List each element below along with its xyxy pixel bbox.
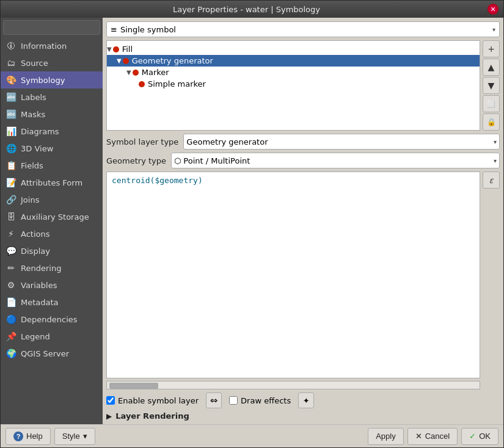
expression-code[interactable]: centroid($geometry) — [112, 176, 203, 185]
lock-symbol-button[interactable]: 🔒 — [483, 114, 500, 131]
tree-dot-fill — [113, 46, 119, 52]
geometry-type-arrow: ▾ — [494, 157, 497, 164]
expression-button[interactable]: ε — [483, 172, 500, 189]
sidebar-item-label-diagrams: Diagrams — [21, 127, 59, 136]
display-icon: 💬 — [5, 245, 16, 256]
metadata-icon: 📄 — [5, 297, 16, 308]
symbol-layer-type-arrow: ▾ — [494, 139, 497, 145]
sidebar-item-fields[interactable]: 📋Fields — [1, 157, 103, 174]
sidebar-item-3d-view[interactable]: 🌐3D View — [1, 140, 103, 157]
sidebar-item-attributes-form[interactable]: 📝Attributes Form — [1, 174, 103, 191]
auxiliary-storage-icon: 🗄 — [5, 211, 16, 222]
sidebar-item-labels[interactable]: 🔤Labels — [1, 89, 103, 106]
attributes-form-icon: 📝 — [5, 177, 16, 188]
cancel-button[interactable]: ✕ Cancel — [407, 428, 458, 445]
geometry-type-label: Geometry type — [106, 156, 166, 165]
geometry-type-icon: ⬡ — [174, 156, 181, 165]
ok-label: OK — [479, 432, 491, 441]
symbol-tree-section: ▼ Fill▼ Geometry generator▼ MarkerSimple… — [106, 40, 500, 131]
symbol-layer-type-select[interactable]: Geometry generator ▾ — [183, 134, 500, 150]
sidebar-search-input[interactable] — [3, 20, 100, 35]
sidebar-item-metadata[interactable]: 📄Metadata — [1, 294, 103, 311]
tree-arrow-fill: ▼ — [107, 46, 112, 52]
symbol-type-dropdown[interactable]: ≡ Single symbol ▾ — [106, 21, 500, 37]
3d-view-icon: 🌐 — [5, 143, 16, 154]
ok-button[interactable]: ✓ OK — [461, 428, 499, 445]
sidebar-item-label-rendering: Rendering — [21, 264, 61, 273]
tree-item-simple-marker[interactable]: Simple marker — [107, 78, 480, 90]
joins-icon: 🔗 — [5, 194, 16, 205]
help-button[interactable]: ? Help — [5, 428, 51, 445]
sidebar-item-joins[interactable]: 🔗Joins — [1, 191, 103, 208]
paint-effects-button[interactable]: ⇔ — [206, 392, 222, 408]
sidebar-item-label-actions: Actions — [21, 229, 50, 239]
sidebar-item-display[interactable]: 💬Display — [1, 242, 103, 259]
tree-dot-simple-marker — [139, 81, 145, 87]
expression-editor[interactable]: centroid($geometry) — [106, 172, 480, 378]
variables-icon: ⚙ — [5, 280, 16, 291]
sidebar-item-legend[interactable]: 📌Legend — [1, 328, 103, 345]
sidebar-item-qgis-server[interactable]: 🌍QGIS Server — [1, 345, 103, 362]
move-up-button[interactable]: ▲ — [483, 59, 500, 76]
apply-label: Apply — [376, 432, 396, 441]
sidebar: 🛈Information🗂Source🎨Symbology🔤Labels🔤Mas… — [1, 18, 103, 424]
sidebar-item-rendering[interactable]: ✏Rendering — [1, 259, 103, 276]
information-icon: 🛈 — [5, 40, 16, 51]
sidebar-item-label-joins: Joins — [21, 195, 39, 204]
layer-rendering-section[interactable]: ▶ Layer Rendering — [106, 411, 500, 421]
source-icon: 🗂 — [5, 57, 16, 68]
symbol-type-label: Single symbol — [120, 25, 176, 34]
style-label: Style — [62, 432, 80, 441]
sidebar-item-label-information: Information — [21, 42, 67, 51]
rendering-icon: ✏ — [5, 262, 16, 273]
enable-symbol-layer-checkbox[interactable] — [106, 396, 115, 405]
sidebar-item-label-variables: Variables — [21, 281, 57, 290]
scrollbar-thumb — [109, 383, 158, 389]
diagrams-icon: 📊 — [5, 126, 16, 137]
sidebar-item-actions[interactable]: ⚡Actions — [1, 225, 103, 242]
window-title: Layer Properties - water | Symbology — [5, 5, 488, 14]
sidebar-item-label-display: Display — [21, 247, 50, 256]
duplicate-symbol-button[interactable]: ⬜ — [483, 95, 500, 112]
cancel-icon: ✕ — [415, 432, 422, 441]
draw-effects-checkbox[interactable] — [229, 396, 238, 405]
tree-dot-geometry-generator — [123, 58, 129, 64]
sidebar-item-information[interactable]: 🛈Information — [1, 37, 103, 54]
sidebar-item-variables[interactable]: ⚙Variables — [1, 276, 103, 294]
sidebar-item-label-dependencies: Dependencies — [21, 315, 78, 324]
sidebar-item-auxiliary-storage[interactable]: 🗄Auxiliary Storage — [1, 208, 103, 225]
move-down-button[interactable]: ▼ — [483, 77, 500, 94]
sidebar-item-label-symbology: Symbology — [21, 76, 65, 85]
sidebar-item-label-fields: Fields — [21, 161, 43, 170]
apply-button[interactable]: Apply — [368, 428, 404, 445]
tree-item-geometry-generator[interactable]: ▼ Geometry generator — [107, 55, 480, 67]
style-button[interactable]: Style ▾ — [54, 428, 95, 445]
masks-icon: 🔤 — [5, 109, 16, 120]
add-symbol-button[interactable]: + — [483, 40, 500, 57]
legend-icon: 📌 — [5, 331, 16, 342]
sidebar-item-source[interactable]: 🗂Source — [1, 54, 103, 71]
tree-item-marker[interactable]: ▼ Marker — [107, 67, 480, 78]
sidebar-item-label-source: Source — [21, 59, 48, 68]
draw-effects-settings-button[interactable]: ✦ — [298, 392, 314, 408]
sidebar-item-dependencies[interactable]: 🔵Dependencies — [1, 311, 103, 328]
sidebar-item-symbology[interactable]: 🎨Symbology — [1, 71, 103, 89]
geometry-type-select[interactable]: ⬡ Point / MultiPoint ▾ — [171, 153, 500, 168]
horizontal-scrollbar[interactable] — [106, 381, 480, 389]
help-label: Help — [26, 432, 43, 441]
footer: ? Help Style ▾ Apply ✕ Cancel ✓ OK — [1, 424, 503, 447]
main-window: Layer Properties - water | Symbology ✕ 🛈… — [0, 0, 504, 448]
draw-effects-label: Draw effects — [241, 396, 291, 405]
fields-icon: 📋 — [5, 160, 16, 171]
content-area: 🛈Information🗂Source🎨Symbology🔤Labels🔤Mas… — [1, 18, 503, 424]
close-button[interactable]: ✕ — [488, 4, 499, 15]
sidebar-item-masks[interactable]: 🔤Masks — [1, 106, 103, 123]
tree-label-marker: Marker — [142, 68, 169, 77]
sidebar-item-diagrams[interactable]: 📊Diagrams — [1, 123, 103, 140]
layer-rendering-label: Layer Rendering — [115, 411, 189, 421]
tree-action-buttons: + ▲ ▼ ⬜ 🔒 — [483, 40, 500, 131]
main-content: ≡ Single symbol ▾ ▼ Fill▼ Geometry gener… — [103, 18, 503, 424]
tree-item-fill[interactable]: ▼ Fill — [107, 43, 480, 55]
tree-label-geometry-generator: Geometry generator — [132, 56, 213, 65]
titlebar: Layer Properties - water | Symbology ✕ — [1, 1, 503, 18]
